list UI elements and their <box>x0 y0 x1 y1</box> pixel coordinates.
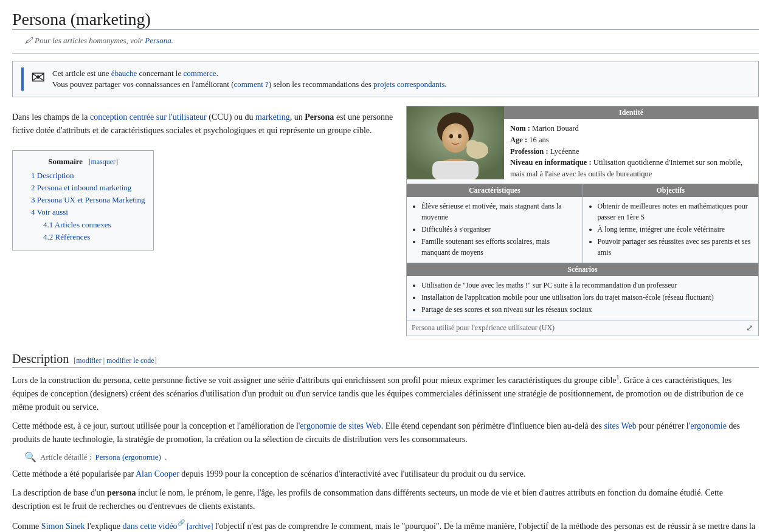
svg-point-8 <box>458 134 462 139</box>
edit-link-code[interactable]: modifier le code <box>106 356 154 365</box>
intro-text1: Dans les champs de la <box>12 112 90 122</box>
link-ergonomie-web[interactable]: ergonomie de sites Web <box>300 421 381 430</box>
intro-link-ccu[interactable]: conception centrée sur l'utilisateur <box>90 112 207 122</box>
description-heading: Description [modifier | modifier le code… <box>12 352 759 368</box>
toc-title: Sommaire [masquer] <box>21 157 145 167</box>
magnifier-icon: 🔍 <box>24 451 36 463</box>
intro-link-marketing[interactable]: marketing <box>255 112 290 122</box>
toc-link-4[interactable]: 4 Voir aussi <box>31 207 68 216</box>
caption-text: Persona utilisé pour l'expérience utilis… <box>412 323 555 333</box>
toc-link-2[interactable]: 2 Persona et inbound marketing <box>31 183 131 192</box>
description-edit-links: [modifier | modifier le code] <box>74 356 156 365</box>
detail-article-box: 🔍 Article détaillé : Persona (ergonomie)… <box>24 451 759 463</box>
archive-link[interactable]: [archive] <box>187 522 213 530</box>
toc-link-3[interactable]: 3 Persona UX et Persona Marketing <box>31 195 145 204</box>
edit-link-modifier[interactable]: modifier <box>76 356 101 365</box>
desc-para4: La description de base d'un persona incl… <box>12 486 759 514</box>
description-heading-text: Description <box>12 352 69 366</box>
link-simon-sinek[interactable]: Simon Sinek <box>41 521 85 530</box>
scenario-item: Partage de ses scores et son niveau sur … <box>421 304 752 315</box>
toc-list: 1 Description 2 Persona et inbound marke… <box>21 170 145 243</box>
detail-link[interactable]: Persona (ergonomie) <box>95 452 161 462</box>
infobox-photo <box>407 106 504 179</box>
hatnote-text: Pour les articles homonymes, voir <box>35 36 143 45</box>
persona-photo-svg <box>407 106 504 179</box>
scenarios-header: Scénarios <box>407 263 758 276</box>
hatnote: 🖊 Pour les articles homonymes, voir Pers… <box>12 36 759 46</box>
notice-link-commerce[interactable]: commerce <box>184 69 216 78</box>
infobox-scenarios: Scénarios Utilisation de "Joue avec les … <box>407 263 758 320</box>
caract-header: Caractéristiques <box>407 184 583 197</box>
caract-item: Famille soutenant ses efforts scolaires,… <box>421 236 576 258</box>
description-section: Description [modifier | modifier le code… <box>12 352 759 532</box>
infobox-caract: Caractéristiques Élève sérieuse et motiv… <box>407 184 583 263</box>
toc-item-2: 2 Persona et inbound marketing <box>31 182 145 193</box>
scenario-item: Utilisation de "Joue avec les maths !" s… <box>421 280 752 291</box>
svg-rect-4 <box>432 161 479 179</box>
notice-icon: ✉ <box>31 67 45 88</box>
table-of-contents: Sommaire [masquer] 1 Description 2 Perso… <box>12 150 154 250</box>
toc-hide-link[interactable]: masquer <box>91 157 116 166</box>
desc-para5: Comme Simon Sinek l'explique dans cette … <box>12 519 759 532</box>
identity-header: Identité <box>504 106 758 119</box>
toc-subitem-41: 4.1 Articles connexes <box>43 219 145 230</box>
notice-link-projets[interactable]: projets correspondants <box>373 80 444 89</box>
notice-line1-before: Cet article est une <box>52 69 109 78</box>
toc-sublist: 4.1 Articles connexes 4.2 Références <box>31 219 145 243</box>
detail-prefix: Article détaillé : <box>40 452 91 462</box>
notice-line1-middle: concernant le <box>139 69 182 78</box>
desc-para1: Lors de la construction du persona, cett… <box>12 373 759 415</box>
notice-link-ebauche[interactable]: ébauche <box>111 69 137 78</box>
infobox-identity: Identité Nom : Marion Bouard Age : 16 an… <box>504 106 758 184</box>
desc-para3: Cette méthode a été popularisée par Alan… <box>12 468 759 481</box>
objectifs-item: Obtenir de meilleures notes en mathémati… <box>598 201 753 223</box>
svg-point-7 <box>449 134 453 139</box>
objectifs-header: Objectifs <box>583 184 759 197</box>
caract-list: Élève sérieuse et motivée, mais stagnant… <box>413 201 576 258</box>
objectifs-item: À long terme, intégrer une école vétérin… <box>598 224 753 235</box>
objectifs-list: Obtenir de meilleures notes en mathémati… <box>589 201 753 258</box>
toc-link-42[interactable]: 4.2 Références <box>43 232 90 241</box>
notice-box: ✉ Cet article est une ébauche concernant… <box>12 61 759 97</box>
hatnote-link[interactable]: Persona <box>145 36 171 45</box>
page-title: Persona (marketing) <box>12 10 759 30</box>
toc-item-3: 3 Persona UX et Persona Marketing <box>31 195 145 206</box>
infobox-caption: Persona utilisé pour l'expérience utilis… <box>407 320 758 336</box>
svg-point-6 <box>466 140 479 151</box>
toc-item-1: 1 Description <box>31 170 145 181</box>
scenarios-content: Utilisation de "Joue avec les maths !" s… <box>407 276 758 320</box>
link-alan-cooper[interactable]: Alan Cooper <box>136 469 179 478</box>
caract-item: Élève sérieuse et motivée, mais stagnant… <box>421 201 576 223</box>
objectifs-item: Pouvoir partager ses réussites avec ses … <box>598 236 753 258</box>
infobox-objectifs: Objectifs Obtenir de meilleures notes en… <box>583 184 759 263</box>
scenario-item: Installation de l'application mobile pou… <box>421 292 752 303</box>
link-ergonomie[interactable]: ergonomie <box>690 421 727 430</box>
toc-subitem-42: 4.2 Références <box>43 232 145 243</box>
caract-content: Élève sérieuse et motivée, mais stagnant… <box>407 197 583 263</box>
scenarios-list: Utilisation de "Joue avec les maths !" s… <box>413 280 752 315</box>
toc-link-41[interactable]: 4.1 Articles connexes <box>43 220 111 229</box>
caract-item: Difficultés à s'organiser <box>421 224 576 235</box>
infobox: Identité Nom : Marion Bouard Age : 16 an… <box>406 106 759 336</box>
notice-link-comment[interactable]: comment ? <box>233 80 268 89</box>
objectifs-content: Obtenir de meilleures notes en mathémati… <box>583 197 759 263</box>
toc-item-4: 4 Voir aussi 4.1 Articles connexes 4.2 R… <box>31 207 145 243</box>
link-video[interactable]: dans cette vidéo <box>122 521 177 530</box>
identity-content: Nom : Marion Bouard Age : 16 ans Profess… <box>504 119 758 184</box>
toc-link-1[interactable]: 1 Description <box>31 171 74 180</box>
expand-icon[interactable]: ⤢ <box>746 323 753 333</box>
link-sites-web[interactable]: sites Web <box>604 421 636 430</box>
notice-line2-before: Vous pouvez partager vos connaissances e… <box>52 80 233 89</box>
svg-point-2 <box>442 123 469 153</box>
hatnote-icon: 🖊 <box>25 36 33 45</box>
desc-para2: Cette méthode est, à ce jour, surtout ut… <box>12 420 759 447</box>
notice-bar-accent <box>21 67 24 91</box>
notice-text: Cet article est une ébauche concernant l… <box>52 67 447 91</box>
infobox-middle: Caractéristiques Élève sérieuse et motiv… <box>407 184 758 263</box>
